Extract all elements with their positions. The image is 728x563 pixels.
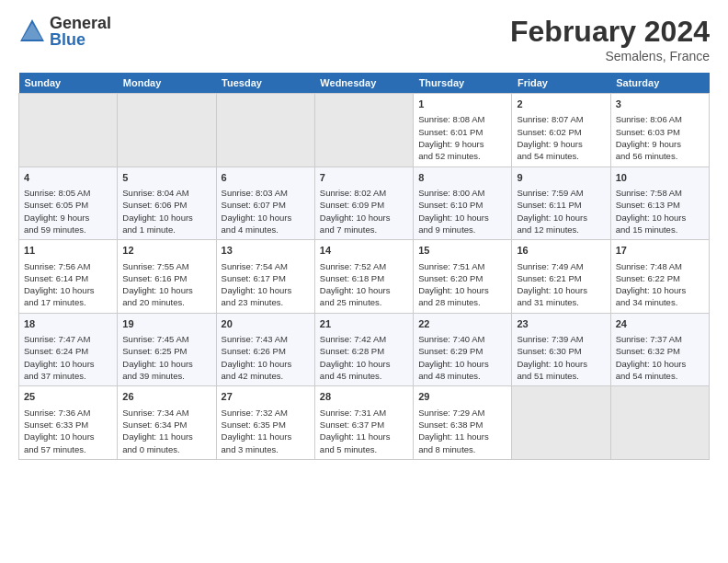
day-info: Sunrise: 8:00 AM Sunset: 6:10 PM Dayligh… <box>418 187 506 236</box>
day-cell: 23Sunrise: 7:39 AM Sunset: 6:30 PM Dayli… <box>512 313 610 386</box>
day-cell: 27Sunrise: 7:32 AM Sunset: 6:35 PM Dayli… <box>216 386 314 460</box>
day-info: Sunrise: 8:06 AM Sunset: 6:03 PM Dayligh… <box>616 113 704 162</box>
day-info: Sunrise: 7:32 AM Sunset: 6:35 PM Dayligh… <box>222 407 310 455</box>
day-info: Sunrise: 8:04 AM Sunset: 6:06 PM Dayligh… <box>122 187 210 236</box>
logo-text: General Blue <box>50 15 111 48</box>
day-cell: 15Sunrise: 7:51 AM Sunset: 6:20 PM Dayli… <box>414 240 512 314</box>
day-number: 4 <box>24 171 112 185</box>
day-number: 5 <box>122 171 210 185</box>
day-cell: 18Sunrise: 7:47 AM Sunset: 6:24 PM Dayli… <box>19 313 118 386</box>
day-number: 17 <box>616 244 704 258</box>
day-cell: 26Sunrise: 7:34 AM Sunset: 6:34 PM Dayli… <box>118 386 216 460</box>
day-cell: 20Sunrise: 7:43 AM Sunset: 6:26 PM Dayli… <box>216 313 314 386</box>
calendar-table: SundayMondayTuesdayWednesdayThursdayFrid… <box>18 73 710 460</box>
logo-general: General <box>50 15 111 31</box>
header-cell-thursday: Thursday <box>414 73 512 94</box>
day-number: 7 <box>320 171 408 185</box>
day-info: Sunrise: 8:08 AM Sunset: 6:01 PM Dayligh… <box>418 113 506 162</box>
day-info: Sunrise: 8:03 AM Sunset: 6:07 PM Dayligh… <box>222 187 310 236</box>
day-cell: 12Sunrise: 7:55 AM Sunset: 6:16 PM Dayli… <box>118 240 216 314</box>
day-info: Sunrise: 7:36 AM Sunset: 6:33 PM Dayligh… <box>24 407 112 455</box>
day-number: 20 <box>222 317 310 331</box>
day-number: 16 <box>517 244 605 258</box>
day-cell: 16Sunrise: 7:49 AM Sunset: 6:21 PM Dayli… <box>512 240 610 314</box>
day-cell: 14Sunrise: 7:52 AM Sunset: 6:18 PM Dayli… <box>314 240 413 314</box>
day-cell: 22Sunrise: 7:40 AM Sunset: 6:29 PM Dayli… <box>414 313 512 386</box>
day-cell: 1Sunrise: 8:08 AM Sunset: 6:01 PM Daylig… <box>414 94 512 167</box>
day-info: Sunrise: 7:34 AM Sunset: 6:34 PM Dayligh… <box>122 407 210 455</box>
day-cell: 2Sunrise: 8:07 AM Sunset: 6:02 PM Daylig… <box>512 94 610 167</box>
day-number: 19 <box>122 317 210 331</box>
day-number: 8 <box>418 171 506 185</box>
header: General Blue February 2024 Semalens, Fra… <box>18 15 710 63</box>
location: Semalens, France <box>510 49 710 63</box>
day-cell: 4Sunrise: 8:05 AM Sunset: 6:05 PM Daylig… <box>19 167 118 240</box>
header-row: SundayMondayTuesdayWednesdayThursdayFrid… <box>19 73 710 94</box>
day-info: Sunrise: 7:45 AM Sunset: 6:25 PM Dayligh… <box>122 333 210 382</box>
week-row-5: 25Sunrise: 7:36 AM Sunset: 6:33 PM Dayli… <box>19 386 710 460</box>
week-row-2: 4Sunrise: 8:05 AM Sunset: 6:05 PM Daylig… <box>19 167 710 240</box>
week-row-1: 1Sunrise: 8:08 AM Sunset: 6:01 PM Daylig… <box>19 94 710 167</box>
day-number: 26 <box>122 390 210 404</box>
day-cell <box>314 94 413 167</box>
day-number: 18 <box>24 317 112 331</box>
day-info: Sunrise: 7:58 AM Sunset: 6:13 PM Dayligh… <box>616 187 704 236</box>
header-cell-saturday: Saturday <box>610 73 709 94</box>
day-number: 14 <box>320 244 408 258</box>
day-number: 28 <box>320 390 408 404</box>
header-cell-tuesday: Tuesday <box>216 73 314 94</box>
day-number: 29 <box>418 390 506 404</box>
day-info: Sunrise: 7:52 AM Sunset: 6:18 PM Dayligh… <box>320 260 408 309</box>
day-number: 24 <box>616 317 704 331</box>
calendar-header: SundayMondayTuesdayWednesdayThursdayFrid… <box>19 73 710 94</box>
title-block: February 2024 Semalens, France <box>510 15 710 63</box>
day-info: Sunrise: 7:43 AM Sunset: 6:26 PM Dayligh… <box>222 333 310 382</box>
header-cell-monday: Monday <box>118 73 216 94</box>
day-cell: 25Sunrise: 7:36 AM Sunset: 6:33 PM Dayli… <box>19 386 118 460</box>
day-cell: 9Sunrise: 7:59 AM Sunset: 6:11 PM Daylig… <box>512 167 610 240</box>
day-info: Sunrise: 7:37 AM Sunset: 6:32 PM Dayligh… <box>616 333 704 382</box>
day-info: Sunrise: 7:55 AM Sunset: 6:16 PM Dayligh… <box>122 260 210 309</box>
day-cell: 6Sunrise: 8:03 AM Sunset: 6:07 PM Daylig… <box>216 167 314 240</box>
week-row-4: 18Sunrise: 7:47 AM Sunset: 6:24 PM Dayli… <box>19 313 710 386</box>
calendar-body: 1Sunrise: 8:08 AM Sunset: 6:01 PM Daylig… <box>19 94 710 460</box>
day-cell: 10Sunrise: 7:58 AM Sunset: 6:13 PM Dayli… <box>610 167 709 240</box>
day-cell <box>512 386 610 460</box>
day-info: Sunrise: 7:42 AM Sunset: 6:28 PM Dayligh… <box>320 333 408 382</box>
day-info: Sunrise: 7:48 AM Sunset: 6:22 PM Dayligh… <box>616 260 704 309</box>
day-info: Sunrise: 8:07 AM Sunset: 6:02 PM Dayligh… <box>517 113 605 162</box>
header-cell-wednesday: Wednesday <box>314 73 413 94</box>
day-info: Sunrise: 7:49 AM Sunset: 6:21 PM Dayligh… <box>517 260 605 309</box>
day-number: 9 <box>517 171 605 185</box>
day-info: Sunrise: 7:59 AM Sunset: 6:11 PM Dayligh… <box>517 187 605 236</box>
week-row-3: 11Sunrise: 7:56 AM Sunset: 6:14 PM Dayli… <box>19 240 710 314</box>
day-number: 25 <box>24 390 112 404</box>
day-number: 2 <box>517 98 605 111</box>
day-number: 15 <box>418 244 506 258</box>
day-number: 1 <box>418 98 506 111</box>
header-cell-sunday: Sunday <box>19 73 118 94</box>
day-number: 27 <box>222 390 310 404</box>
day-cell: 24Sunrise: 7:37 AM Sunset: 6:32 PM Dayli… <box>610 313 709 386</box>
logo-blue: Blue <box>50 31 111 48</box>
page: General Blue February 2024 Semalens, Fra… <box>0 0 728 469</box>
day-cell <box>118 94 216 167</box>
day-cell: 8Sunrise: 8:00 AM Sunset: 6:10 PM Daylig… <box>414 167 512 240</box>
day-cell: 17Sunrise: 7:48 AM Sunset: 6:22 PM Dayli… <box>610 240 709 314</box>
day-number: 21 <box>320 317 408 331</box>
day-number: 3 <box>616 98 704 111</box>
day-cell <box>19 94 118 167</box>
day-cell <box>610 386 709 460</box>
day-info: Sunrise: 7:47 AM Sunset: 6:24 PM Dayligh… <box>24 333 112 382</box>
day-cell: 13Sunrise: 7:54 AM Sunset: 6:17 PM Dayli… <box>216 240 314 314</box>
day-number: 12 <box>122 244 210 258</box>
day-cell: 19Sunrise: 7:45 AM Sunset: 6:25 PM Dayli… <box>118 313 216 386</box>
day-cell: 11Sunrise: 7:56 AM Sunset: 6:14 PM Dayli… <box>19 240 118 314</box>
day-info: Sunrise: 7:51 AM Sunset: 6:20 PM Dayligh… <box>418 260 506 309</box>
logo-icon <box>18 17 46 45</box>
day-info: Sunrise: 7:54 AM Sunset: 6:17 PM Dayligh… <box>222 260 310 309</box>
day-cell: 7Sunrise: 8:02 AM Sunset: 6:09 PM Daylig… <box>314 167 413 240</box>
logo: General Blue <box>18 15 111 48</box>
month-title: February 2024 <box>510 15 710 49</box>
header-cell-friday: Friday <box>512 73 610 94</box>
